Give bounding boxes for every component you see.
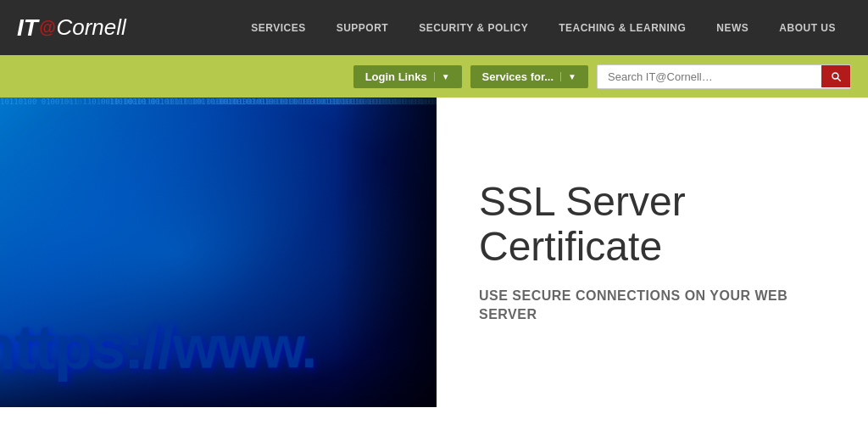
hero-subtitle: USE SECURE CONNECTIONS ON YOUR WEB SERVE… [479,287,826,325]
main-nav: SERVICES SUPPORT SECURITY & POLICY TEACH… [236,3,851,53]
services-for-label: Services for... [482,70,554,83]
search-icon [830,70,842,82]
logo-cornell: Cornell [56,14,125,41]
hero-image-inner: 10110100 01001011 11010010 00101101 1011… [0,98,437,407]
hero-image: 10110100 01001011 11010010 00101101 1011… [0,98,437,407]
nav-support[interactable]: SUPPORT [321,3,404,53]
toolbar: Login Links ▼ Services for... ▼ [0,55,868,98]
site-logo[interactable]: IT @ Cornell [17,14,126,42]
search-button[interactable] [821,65,850,87]
login-links-label: Login Links [365,70,427,83]
logo-at: @ [39,18,56,37]
hero-section: 10110100 01001011 11010010 00101101 1011… [0,98,868,407]
nav-teaching-learning[interactable]: TEACHING & LEARNING [543,3,701,53]
login-links-arrow: ▼ [434,72,450,81]
search-input[interactable] [598,65,821,88]
services-for-arrow: ▼ [560,72,576,81]
nav-security-policy[interactable]: SECURITY & POLICY [403,3,543,53]
nav-services[interactable]: SERVICES [236,3,320,53]
services-for-button[interactable]: Services for... ▼ [470,65,588,88]
nav-about-us[interactable]: ABOUT US [764,3,851,53]
hero-content: SSL Server Certificate USE SECURE CONNEC… [437,98,868,407]
logo-it: IT [17,14,38,42]
header: IT @ Cornell SERVICES SUPPORT SECURITY &… [0,0,868,55]
login-links-button[interactable]: Login Links ▼ [353,65,462,88]
https-text: https://www. [0,310,315,383]
nav-news[interactable]: NEWS [701,3,764,53]
hero-title: SSL Server Certificate [479,180,826,270]
search-container [597,64,851,89]
